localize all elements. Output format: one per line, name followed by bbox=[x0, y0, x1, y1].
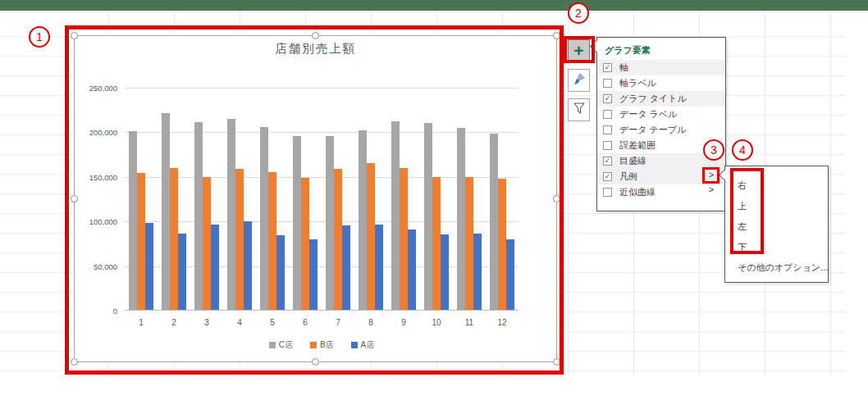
chart-gridline bbox=[125, 88, 519, 89]
x-axis-tick-label: 1 bbox=[131, 318, 151, 327]
menu-item-label: データ テーブル bbox=[619, 124, 686, 136]
annotation-circle-1: 1 bbox=[29, 26, 50, 48]
bar-A店-4[interactable] bbox=[244, 221, 252, 310]
checkbox-unchecked-icon[interactable] bbox=[603, 141, 612, 150]
x-axis-tick-label: 2 bbox=[164, 318, 184, 327]
chart-object[interactable] bbox=[74, 35, 557, 362]
bar-A店-7[interactable] bbox=[342, 225, 350, 310]
bar-A店-6[interactable] bbox=[309, 239, 318, 310]
chart-selection-handle[interactable] bbox=[312, 32, 319, 39]
menu-item-軸ラベル[interactable]: 軸ラベル bbox=[597, 75, 725, 91]
bar-C店-1[interactable] bbox=[129, 131, 137, 310]
y-axis-tick-label: 50,000 bbox=[78, 262, 117, 271]
legend-item-C店: C店 bbox=[269, 339, 293, 351]
submenu-item-左[interactable]: 左 bbox=[725, 216, 828, 237]
bar-B店-6[interactable] bbox=[301, 178, 309, 310]
legend-label: C店 bbox=[279, 339, 293, 351]
bar-C店-4[interactable] bbox=[227, 119, 235, 310]
chart-selection-handle[interactable] bbox=[71, 195, 78, 202]
chart-elements-button[interactable]: + bbox=[568, 39, 590, 61]
chart-selection-handle[interactable] bbox=[553, 32, 560, 39]
submenu-item-下[interactable]: 下 bbox=[725, 237, 828, 257]
bar-A店-2[interactable] bbox=[178, 234, 186, 310]
legend-flyout-arrow[interactable]: > bbox=[706, 170, 717, 180]
checkbox-unchecked-icon[interactable] bbox=[603, 79, 612, 88]
menu-item-データ テーブル[interactable]: データ テーブル bbox=[597, 122, 725, 138]
bar-C店-6[interactable] bbox=[293, 136, 301, 310]
bar-B店-4[interactable] bbox=[235, 169, 244, 310]
submenu-item-上[interactable]: 上 bbox=[725, 196, 828, 216]
chart-title[interactable]: 店舗別売上額 bbox=[74, 41, 557, 57]
bar-C店-3[interactable] bbox=[194, 122, 203, 310]
top-green-bar bbox=[0, 0, 868, 11]
bar-A店-1[interactable] bbox=[145, 223, 153, 310]
submenu-item-その他のオプション...[interactable]: その他のオプション... bbox=[725, 257, 828, 278]
checkbox-checked-icon[interactable]: ✓ bbox=[603, 94, 612, 103]
legend-label: B店 bbox=[320, 339, 334, 351]
x-axis-tick-label: 5 bbox=[263, 318, 282, 327]
bar-B店-10[interactable] bbox=[432, 177, 441, 311]
chart-selection-handle[interactable] bbox=[71, 32, 78, 39]
bar-A店-3[interactable] bbox=[211, 225, 219, 310]
menu-item-label: データ ラベル bbox=[619, 108, 677, 120]
bar-C店-11[interactable] bbox=[457, 128, 465, 310]
trendline-flyout-arrow[interactable]: > bbox=[706, 184, 717, 194]
bar-A店-8[interactable] bbox=[375, 225, 383, 310]
bar-C店-9[interactable] bbox=[391, 121, 400, 310]
bar-B店-9[interactable] bbox=[400, 168, 408, 310]
checkbox-unchecked-icon[interactable] bbox=[603, 125, 612, 134]
bar-B店-7[interactable] bbox=[334, 169, 342, 310]
bar-C店-2[interactable] bbox=[162, 113, 170, 310]
bar-B店-12[interactable] bbox=[498, 179, 506, 310]
bar-B店-8[interactable] bbox=[367, 163, 375, 310]
bar-A店-10[interactable] bbox=[441, 234, 449, 310]
menu-item-label: 目盛線 bbox=[619, 155, 646, 167]
legend-swatch bbox=[310, 342, 317, 348]
bar-A店-9[interactable] bbox=[408, 229, 416, 310]
x-axis-tick-label: 6 bbox=[295, 318, 315, 327]
bar-B店-1[interactable] bbox=[137, 173, 145, 310]
checkbox-unchecked-icon[interactable] bbox=[603, 110, 612, 119]
bar-B店-3[interactable] bbox=[203, 177, 211, 311]
chart-selection-handle[interactable] bbox=[553, 358, 560, 366]
bar-A店-11[interactable] bbox=[473, 234, 482, 310]
x-axis-tick-label: 7 bbox=[328, 318, 348, 327]
chart-elements-menu-title: グラフ要素 bbox=[605, 44, 725, 57]
annotation-circle-4: 4 bbox=[732, 139, 753, 161]
chart-styles-button[interactable] bbox=[568, 69, 590, 92]
bar-C店-5[interactable] bbox=[260, 127, 268, 310]
funnel-icon bbox=[572, 101, 587, 119]
bar-A店-5[interactable] bbox=[276, 235, 285, 310]
menu-item-label: 誤差範囲 bbox=[619, 139, 656, 152]
x-axis-tick-label: 8 bbox=[361, 318, 381, 327]
legend-item-B店: B店 bbox=[310, 339, 334, 351]
submenu-item-右[interactable]: 右 bbox=[725, 175, 828, 196]
annotation-circle-3: 3 bbox=[703, 139, 724, 161]
legend-position-submenu: 右上左下その他のオプション... bbox=[724, 166, 829, 283]
bar-C店-8[interactable] bbox=[359, 130, 367, 310]
bar-C店-12[interactable] bbox=[490, 134, 498, 310]
checkbox-checked-icon[interactable]: ✓ bbox=[603, 63, 612, 72]
bar-B店-2[interactable] bbox=[170, 168, 178, 310]
x-axis-tick-label: 11 bbox=[459, 318, 479, 327]
menu-item-軸[interactable]: ✓軸 bbox=[597, 60, 725, 75]
brush-icon bbox=[572, 71, 587, 89]
bar-B店-5[interactable] bbox=[268, 172, 276, 310]
chart-filters-button[interactable] bbox=[568, 98, 590, 121]
chart-selection-handle[interactable] bbox=[312, 358, 319, 366]
checkbox-unchecked-icon[interactable] bbox=[603, 188, 612, 197]
bar-C店-7[interactable] bbox=[326, 136, 334, 310]
bar-B店-11[interactable] bbox=[465, 177, 473, 311]
menu-item-グラフ タイトル[interactable]: ✓グラフ タイトル bbox=[597, 91, 725, 107]
bar-C店-10[interactable] bbox=[424, 123, 432, 310]
menu-item-label: 軸 bbox=[619, 61, 628, 74]
checkbox-checked-icon[interactable]: ✓ bbox=[603, 172, 612, 181]
chart-selection-handle[interactable] bbox=[71, 358, 78, 366]
checkbox-checked-icon[interactable]: ✓ bbox=[603, 157, 612, 166]
legend-label: A店 bbox=[361, 339, 375, 351]
chart-legend[interactable]: C店B店A店 bbox=[125, 339, 519, 351]
bar-A店-12[interactable] bbox=[506, 239, 514, 310]
chart-selection-handle[interactable] bbox=[553, 195, 560, 202]
x-axis-tick-label: 3 bbox=[197, 318, 217, 327]
menu-item-データ ラベル[interactable]: データ ラベル bbox=[597, 107, 725, 122]
